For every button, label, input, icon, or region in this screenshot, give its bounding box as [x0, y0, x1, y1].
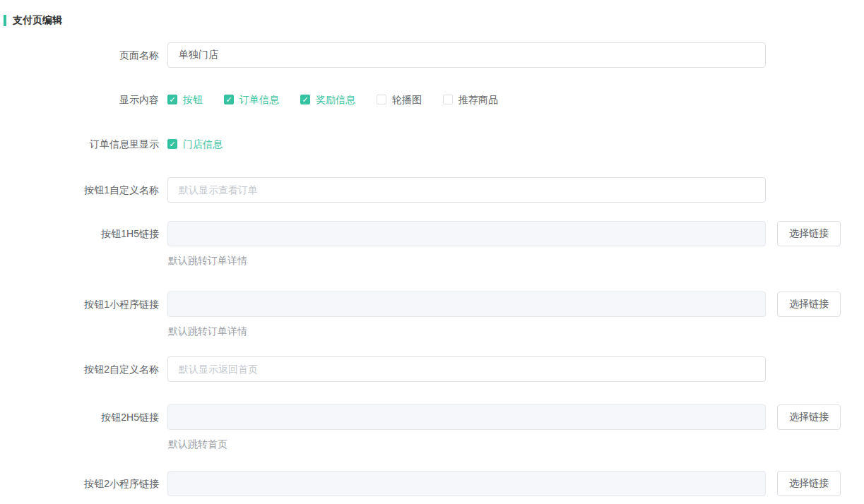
checkbox-option-reward-info[interactable]: ✓ 奖励信息 [300, 92, 355, 107]
page-title: 支付页编辑 [13, 14, 62, 27]
btn1-custom-name-label: 按钮1自定义名称 [0, 177, 159, 203]
btn2-h5-helper-text: 默认跳转首页 [167, 439, 841, 449]
form-row-order-info-display: 订单信息里显示 ✓ 门店信息 [0, 137, 864, 151]
btn1-h5-select-link-button[interactable]: 选择链接 [777, 221, 841, 246]
form-row-display-content: 显示内容 ✓ 按钮 ✓ 订单信息 ✓ 奖励信息 ✓ 轮播图 ✓ 推荐商品 [0, 92, 864, 107]
btn1-h5-helper-text: 默认跳转订单详情 [167, 256, 841, 265]
checkbox-icon: ✓ [300, 95, 310, 104]
btn2-miniprogram-link-label: 按钮2小程序链接 [0, 471, 159, 496]
btn2-miniprogram-link-input [167, 471, 766, 496]
display-content-label: 显示内容 [0, 92, 159, 107]
title-accent-bar [4, 15, 6, 26]
form-row-page-name: 页面名称 [0, 42, 864, 68]
btn1-miniprogram-helper-text: 默认跳转订单详情 [167, 326, 841, 336]
form-row-btn1-miniprogram-link: 按钮1小程序链接 选择链接 默认跳转订单详情 [0, 292, 864, 336]
form-row-btn1-custom-name: 按钮1自定义名称 [0, 177, 864, 203]
checkbox-option-carousel[interactable]: ✓ 轮播图 [377, 92, 422, 107]
page-name-input[interactable] [167, 42, 766, 68]
btn1-miniprogram-link-input [167, 292, 766, 317]
btn2-miniprogram-select-link-button[interactable]: 选择链接 [777, 471, 841, 496]
page-header: 支付页编辑 [4, 14, 62, 27]
btn1-custom-name-input[interactable] [167, 177, 766, 203]
checkbox-icon: ✓ [167, 139, 177, 149]
checkbox-icon: ✓ [443, 95, 453, 104]
page-name-label: 页面名称 [0, 42, 159, 68]
btn1-h5-link-input [167, 221, 766, 246]
checkbox-option-order-info[interactable]: ✓ 订单信息 [224, 92, 279, 107]
checkbox-icon: ✓ [377, 95, 386, 104]
checkbox-icon: ✓ [224, 95, 234, 104]
form-row-btn2-h5-link: 按钮2H5链接 选择链接 默认跳转首页 [0, 404, 864, 449]
checkbox-option-recommended-goods[interactable]: ✓ 推荐商品 [443, 92, 498, 107]
btn1-miniprogram-link-label: 按钮1小程序链接 [0, 292, 159, 317]
btn2-custom-name-input[interactable] [167, 356, 766, 382]
payment-page-edit-panel: 支付页编辑 页面名称 显示内容 ✓ 按钮 ✓ 订单信息 ✓ 奖励信息 ✓ [0, 0, 864, 504]
form-row-btn1-h5-link: 按钮1H5链接 选择链接 默认跳转订单详情 [0, 221, 864, 265]
btn2-h5-link-input [167, 404, 766, 430]
form-row-btn2-miniprogram-link: 按钮2小程序链接 选择链接 [0, 471, 864, 496]
btn1-miniprogram-select-link-button[interactable]: 选择链接 [777, 292, 841, 317]
checkbox-icon: ✓ [167, 95, 177, 104]
btn2-h5-link-label: 按钮2H5链接 [0, 404, 159, 430]
checkbox-option-buttons[interactable]: ✓ 按钮 [167, 92, 203, 107]
order-info-display-label: 订单信息里显示 [0, 137, 159, 151]
btn2-custom-name-label: 按钮2自定义名称 [0, 356, 159, 382]
btn2-h5-select-link-button[interactable]: 选择链接 [777, 404, 841, 430]
checkbox-option-store-info[interactable]: ✓ 门店信息 [167, 137, 223, 151]
form-row-btn2-custom-name: 按钮2自定义名称 [0, 356, 864, 382]
btn1-h5-link-label: 按钮1H5链接 [0, 221, 159, 246]
